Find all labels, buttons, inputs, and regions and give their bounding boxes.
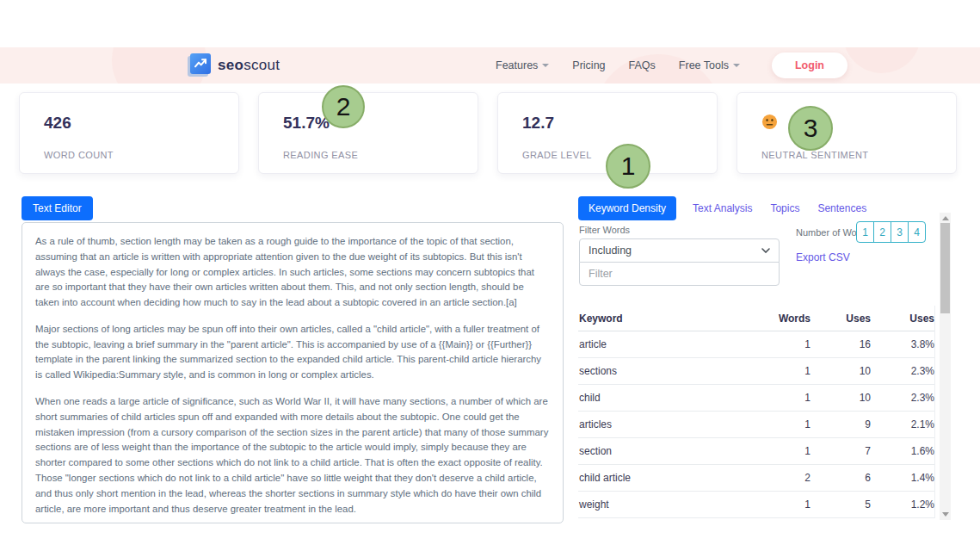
cell-keyword: section [578,445,750,457]
cell-words: 1 [750,338,811,350]
analysis-panel: Keyword Density Text Analysis Topics Sen… [578,196,951,525]
annotation-circle-2: 2 [322,85,365,128]
nav-features[interactable]: Features [496,59,549,71]
cell-words: 1 [750,498,811,511]
export-csv-link[interactable]: Export CSV [796,251,850,263]
words-count-button-1[interactable]: 1 [856,221,874,243]
editor-paragraph: Major sections of long articles may be s… [35,322,550,383]
cell-words: 1 [750,392,811,404]
scrollbar-thumb[interactable] [940,223,950,313]
number-of-words-group: 1 2 3 4 [856,221,926,243]
header-uses: Uses [811,313,871,325]
cell-uses-pct: 1.4% [871,472,934,484]
select-chevron-icon [761,248,770,253]
header-bar: seoscout Features Pricing FAQs Free Tool… [0,47,980,84]
brand-logo[interactable]: seoscout [188,53,280,77]
cell-keyword: article [578,338,750,350]
text-editor-button[interactable]: Text Editor [22,196,93,220]
filter-input[interactable] [579,262,780,286]
chevron-down-icon [733,64,740,67]
cell-keyword: articles [578,418,750,430]
tab-text-analysis[interactable]: Text Analysis [691,197,754,220]
seoscout-logo-icon [188,53,211,77]
table-row: sections 1 10 2.3% [578,358,934,385]
stat-card-sentiment: NEUTRAL SENTIMENT [737,92,957,174]
cell-words: 1 [750,418,811,430]
neutral-face-icon [761,114,932,134]
table-row: article 1 16 3.8% [578,331,934,358]
words-count-button-2[interactable]: 2 [873,221,891,243]
stat-card-reading-ease: 51.7% READING EASE [258,92,478,174]
keyword-table-body: article 1 16 3.8% sections 1 10 2.3% chi… [578,331,934,518]
cell-keyword: child article [578,472,750,484]
main-nav: Features Pricing FAQs Free Tools Login [496,47,847,84]
cell-uses-pct: 1.2% [871,498,934,511]
scrollbar-down-icon[interactable] [940,509,951,520]
nav-free-tools[interactable]: Free Tools [679,59,740,71]
tab-sentences[interactable]: Sentences [816,197,868,220]
cell-uses: 5 [811,498,871,511]
reading-ease-value: 51.7% [283,114,453,133]
cell-uses-pct: 2.3% [871,365,934,377]
cell-uses-pct: 2.1% [871,418,934,430]
grade-level-value: 12.7 [522,114,693,133]
cell-uses: 10 [811,365,871,377]
tab-keyword-density[interactable]: Keyword Density [578,196,676,220]
header-words: Words [750,313,811,325]
nav-pricing[interactable]: Pricing [572,59,605,71]
header-keyword: Keyword [578,313,750,325]
table-row: articles 1 9 2.1% [578,412,934,438]
decorative-blob [843,47,921,73]
panel-scrollbar[interactable] [940,213,951,520]
header-uses-pct: Uses [871,313,934,325]
brand-name: seoscout [218,57,280,74]
cell-keyword: sections [578,365,750,377]
cell-keyword: child [578,392,750,404]
reading-ease-label: READING EASE [283,150,453,160]
editor-paragraph: As a rule of thumb, section length may b… [35,234,550,311]
table-row: child article 2 6 1.4% [578,465,934,492]
table-row: weight 1 5 1.2% [578,492,934,518]
cell-uses-pct: 1.6% [871,445,934,457]
words-count-button-3[interactable]: 3 [891,221,909,243]
analysis-tabs: Keyword Density Text Analysis Topics Sen… [578,196,868,220]
cell-words: 1 [750,365,811,377]
cell-uses: 16 [811,338,871,350]
annotation-circle-1: 1 [606,144,650,189]
cell-uses-pct: 2.3% [871,392,934,404]
filter-mode-value: Including [589,245,632,257]
editor-paragraph: When one reads a large article of signif… [35,394,550,517]
stat-card-word-count: 426 WORD COUNT [19,92,239,174]
filter-mode-select[interactable]: Including [579,238,780,263]
text-editor-content[interactable]: As a rule of thumb, section length may b… [22,222,564,523]
word-count-label: WORD COUNT [44,150,214,160]
cell-uses: 7 [811,445,871,457]
filter-words-label: Filter Words [579,225,630,235]
tab-topics[interactable]: Topics [768,197,801,220]
cell-uses-pct: 3.8% [871,338,934,350]
login-button[interactable]: Login [772,53,847,78]
table-row: section 1 7 1.6% [578,438,934,465]
cell-words: 2 [750,472,811,484]
cell-words: 1 [750,445,811,457]
nav-faqs[interactable]: FAQs [629,59,656,71]
table-row: child 1 10 2.3% [578,385,934,412]
keyword-table-header: Keyword Words Uses Uses [578,306,934,331]
word-count-value: 426 [44,114,214,133]
chevron-down-icon [542,64,549,67]
cell-uses: 6 [811,472,871,484]
cell-keyword: weight [578,498,750,511]
cell-uses: 9 [811,418,871,430]
sentiment-label: NEUTRAL SENTIMENT [761,150,932,160]
keyword-table: Keyword Words Uses Uses article 1 16 3.8… [578,306,935,518]
cell-uses: 10 [811,392,871,404]
words-count-button-4[interactable]: 4 [908,221,926,243]
annotation-circle-3: 3 [788,106,833,151]
